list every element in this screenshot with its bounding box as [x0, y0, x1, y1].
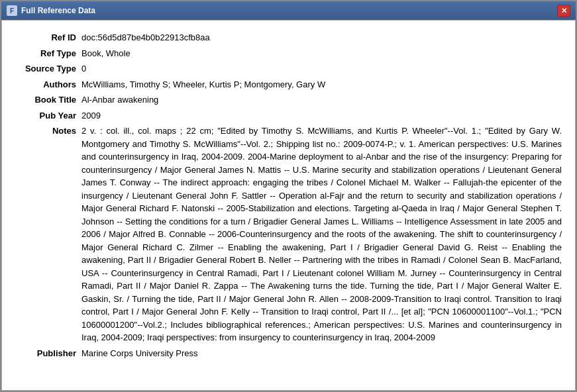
source-type-label: Source Type: [15, 62, 81, 75]
book-title-value: Al-Anbar awakening: [81, 93, 562, 107]
publisher-row: Publisher Marine Corps University Press: [15, 347, 562, 360]
source-type-value: 0: [81, 62, 562, 75]
ref-id-value: doc:56d5d87be4b0b22913cfb8aa: [81, 31, 562, 44]
titlebar: F Full Reference Data ✕: [1, 1, 576, 20]
window-title: Full Reference Data: [21, 6, 557, 15]
ref-type-row: Ref Type Book, Whole: [15, 47, 562, 60]
publisher-label: Publisher: [15, 347, 81, 360]
authors-value: McWilliams, Timothy S; Wheeler, Kurtis P…: [81, 78, 562, 91]
ref-id-label: Ref ID: [15, 31, 81, 44]
scroll-content[interactable]: Ref ID doc:56d5d87be4b0b22913cfb8aa Ref …: [2, 21, 575, 390]
pub-year-label: Pub Year: [15, 109, 81, 122]
pub-year-value: 2009: [81, 109, 562, 122]
book-title-row: Book Title Al-Anbar awakening: [15, 93, 562, 107]
close-button[interactable]: ✕: [557, 5, 570, 17]
main-window: F Full Reference Data ✕ Ref ID doc:56d5d…: [0, 0, 577, 392]
window-icon: F: [7, 5, 17, 16]
book-title-label: Book Title: [15, 93, 81, 107]
notes-value: 2 v. : col. ill., col. maps ; 22 cm; "Ed…: [81, 124, 562, 344]
publisher-value: Marine Corps University Press: [81, 347, 562, 360]
notes-label: Notes: [15, 124, 81, 138]
ref-id-row: Ref ID doc:56d5d87be4b0b22913cfb8aa: [15, 31, 562, 44]
notes-row: Notes 2 v. : col. ill., col. maps ; 22 c…: [15, 124, 562, 344]
ref-type-label: Ref Type: [15, 47, 81, 60]
ref-type-value: Book, Whole: [81, 47, 562, 60]
pub-year-row: Pub Year 2009: [15, 109, 562, 122]
source-type-row: Source Type 0: [15, 62, 562, 75]
content-area: Ref ID doc:56d5d87be4b0b22913cfb8aa Ref …: [1, 20, 576, 391]
authors-label: Authors: [15, 78, 81, 91]
authors-row: Authors McWilliams, Timothy S; Wheeler, …: [15, 78, 562, 91]
